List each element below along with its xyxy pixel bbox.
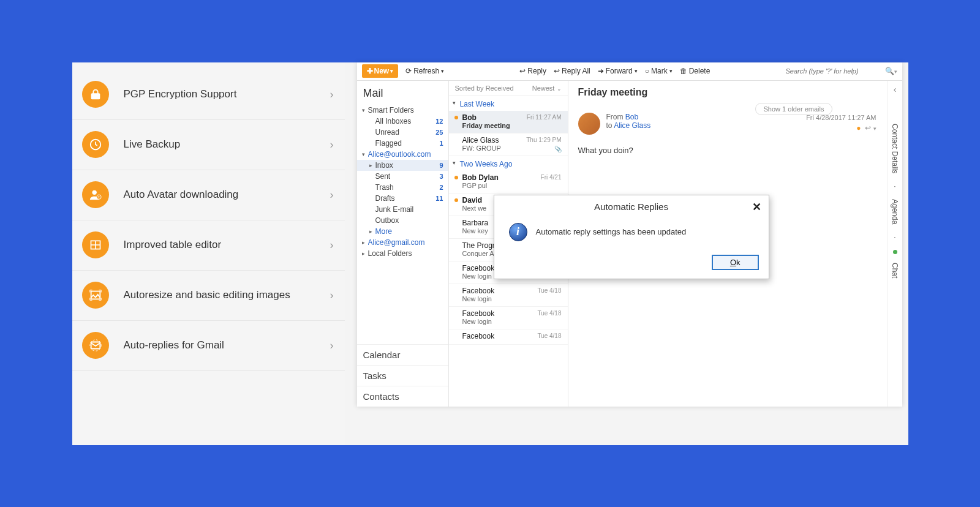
tree-item[interactable]: Unread25 bbox=[357, 127, 448, 138]
tree-item[interactable]: Drafts11 bbox=[357, 193, 448, 204]
svg-point-2 bbox=[92, 190, 96, 195]
lock-icon bbox=[82, 81, 109, 108]
chevron-right-icon: › bbox=[330, 339, 334, 352]
feature-label: Auto Avatar downloading bbox=[109, 189, 330, 201]
unread-dot-icon bbox=[454, 198, 458, 202]
chevron-right-icon: › bbox=[330, 239, 334, 252]
group-header[interactable]: Last Week bbox=[449, 96, 568, 111]
read-body: What you doin? bbox=[568, 137, 888, 163]
side-tabs: ‹ Contact Details · Agenda · Chat bbox=[888, 81, 902, 407]
from-to-block: From Bob to Alice Glass bbox=[606, 113, 651, 130]
reply-all-icon: ↩ bbox=[554, 67, 560, 75]
tree-local[interactable]: ▸Local Folders bbox=[357, 248, 448, 259]
nav-tasks[interactable]: Tasks bbox=[357, 365, 448, 386]
feature-label: Autoresize and basic editing images bbox=[109, 289, 330, 301]
close-icon[interactable]: ✕ bbox=[752, 200, 761, 214]
tree-item[interactable]: Trash2 bbox=[357, 182, 448, 193]
status-dot-icon bbox=[893, 250, 897, 254]
reply-all-button[interactable]: ↩Reply All bbox=[554, 67, 590, 75]
feature-avatar[interactable]: Auto Avatar downloading › bbox=[72, 170, 345, 220]
avatar bbox=[578, 113, 600, 135]
delete-button[interactable]: 🗑Delete bbox=[680, 67, 710, 75]
tab-agenda[interactable]: Agenda bbox=[891, 199, 899, 224]
feature-label: Auto-replies for Gmail bbox=[109, 339, 330, 351]
chevron-left-icon[interactable]: ‹ bbox=[894, 85, 897, 94]
forward-button[interactable]: ➜Forward▾ bbox=[598, 67, 638, 75]
feature-table[interactable]: Improved table editor › bbox=[72, 220, 345, 271]
refresh-icon: ⟳ bbox=[405, 67, 412, 75]
automatic-replies-dialog: Automatic Replies ✕ i Automatic reply se… bbox=[494, 195, 769, 279]
read-timestamp: Fri 4/28/2017 11:27 AM bbox=[806, 114, 876, 121]
feature-label: Improved table editor bbox=[109, 239, 330, 251]
tree-item[interactable]: All Inboxes12 bbox=[357, 116, 448, 127]
tree-item[interactable]: Flagged1 bbox=[357, 138, 448, 149]
tree-smart-folders[interactable]: ▾Smart Folders bbox=[357, 105, 448, 116]
nav-contacts[interactable]: Contacts bbox=[357, 386, 448, 407]
sort-row[interactable]: Sorted by Received Newest ⌄ bbox=[449, 81, 568, 96]
message-item[interactable]: Facebook New login Tue 4/18 bbox=[449, 284, 568, 307]
tree-item[interactable]: Outbox bbox=[357, 215, 448, 226]
new-button[interactable]: ✚New▾ bbox=[362, 64, 399, 78]
feature-list: PGP Encryption Support › Live Backup › A… bbox=[72, 62, 345, 445]
feature-backup[interactable]: Live Backup › bbox=[72, 120, 345, 170]
dialog-title: Automatic Replies bbox=[594, 201, 668, 212]
nav-column: Mail ▾Smart Folders All Inboxes12 Unread… bbox=[357, 81, 449, 407]
tree-account-gmail[interactable]: ▸Alice@gmail.com bbox=[357, 237, 448, 248]
chevron-right-icon: › bbox=[330, 289, 334, 302]
unread-dot-icon bbox=[454, 116, 458, 119]
show-older-button[interactable]: Show 1 older emails bbox=[755, 103, 832, 115]
from-link[interactable]: Bob bbox=[625, 113, 638, 121]
mark-icon: ○ bbox=[645, 67, 649, 75]
unread-dot-icon bbox=[454, 176, 458, 179]
refresh-button[interactable]: ⟳Refresh▾ bbox=[405, 67, 444, 75]
message-item[interactable]: Facebook Tue 4/18 bbox=[449, 329, 568, 345]
trash-icon: 🗑 bbox=[680, 67, 687, 75]
chevron-right-icon: › bbox=[330, 88, 334, 101]
reply-icon: ↩ bbox=[519, 67, 526, 75]
forward-icon: ➜ bbox=[598, 67, 604, 75]
attachment-icon: 📎 bbox=[554, 146, 562, 152]
tab-chat[interactable]: Chat bbox=[891, 263, 899, 278]
svg-rect-0 bbox=[91, 94, 99, 99]
group-header[interactable]: Two Weeks Ago bbox=[449, 156, 568, 171]
chevron-right-icon: › bbox=[330, 189, 334, 201]
info-icon: i bbox=[509, 223, 527, 241]
search-icon[interactable]: 🔍▾ bbox=[885, 67, 897, 75]
feature-label: Live Backup bbox=[109, 138, 330, 151]
message-item[interactable]: Bob Dylan PGP pul Fri 4/21 bbox=[449, 171, 568, 193]
feature-images[interactable]: Autoresize and basic editing images › bbox=[72, 271, 345, 321]
message-item[interactable]: Facebook New login Tue 4/18 bbox=[449, 307, 568, 329]
message-item[interactable]: Alice Glass FW: GROUP Thu 1:29 PM 📎 bbox=[449, 133, 568, 156]
nav-title: Mail bbox=[357, 81, 448, 105]
to-link[interactable]: Alice Glass bbox=[614, 121, 650, 130]
mail-app: ✚New▾ ⟳Refresh▾ ↩Reply ↩Reply All ➜Forwa… bbox=[357, 62, 902, 407]
tab-contact-details[interactable]: Contact Details bbox=[891, 124, 899, 173]
tree-inbox[interactable]: ▸Inbox9 bbox=[357, 160, 448, 171]
tree-item[interactable]: Junk E-mail bbox=[357, 204, 448, 215]
search-input[interactable] bbox=[786, 67, 878, 75]
chevron-right-icon: › bbox=[330, 138, 334, 151]
nav-bottom: Calendar Tasks Contacts bbox=[357, 344, 448, 407]
mark-button[interactable]: ○Mark▾ bbox=[645, 67, 673, 75]
dialog-message: Automatic reply settings has been update… bbox=[536, 227, 687, 236]
read-inline-actions[interactable]: ● ↩ ▾ bbox=[856, 124, 876, 132]
envelope-reply-icon bbox=[82, 332, 109, 359]
feature-label: PGP Encryption Support bbox=[109, 88, 330, 100]
tree-more[interactable]: ▸More bbox=[357, 226, 448, 237]
feature-pgp[interactable]: PGP Encryption Support › bbox=[72, 70, 345, 120]
tree-item[interactable]: Sent3 bbox=[357, 171, 448, 182]
feature-autoreply[interactable]: Auto-replies for Gmail › bbox=[72, 321, 345, 371]
ok-button[interactable]: Ok bbox=[712, 255, 759, 270]
tree-account-outlook[interactable]: ▾Alice@outlook.com bbox=[357, 149, 448, 160]
table-icon bbox=[82, 231, 109, 258]
clock-icon bbox=[82, 131, 109, 158]
message-item[interactable]: Bob Friday meeting Fri 11:27 AM bbox=[449, 111, 568, 133]
image-edit-icon bbox=[82, 282, 109, 309]
nav-calendar[interactable]: Calendar bbox=[357, 344, 448, 365]
toolbar: ✚New▾ ⟳Refresh▾ ↩Reply ↩Reply All ➜Forwa… bbox=[357, 62, 902, 81]
avatar-download-icon bbox=[82, 181, 109, 208]
reply-button[interactable]: ↩Reply bbox=[519, 67, 546, 75]
read-subject: Friday meeting bbox=[578, 87, 878, 98]
